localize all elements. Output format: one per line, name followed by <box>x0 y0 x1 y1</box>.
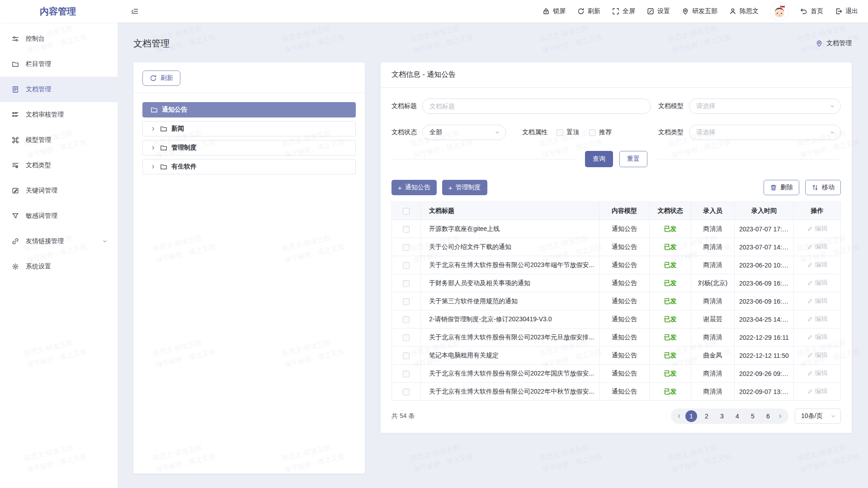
user-avatar[interactable] <box>770 2 788 20</box>
edit-button[interactable]: 编辑 <box>807 333 828 341</box>
page-button-5[interactable]: 5 <box>747 410 759 422</box>
sidebar-item-doc-audit[interactable]: 文档审核管理 <box>0 102 118 127</box>
add-notice-button-label: 通知公告 <box>405 183 430 192</box>
row-checkbox[interactable] <box>403 280 410 287</box>
edit-button[interactable]: 编辑 <box>807 351 828 359</box>
row-checkbox[interactable] <box>403 244 410 251</box>
current-user-label: 陈思文 <box>740 7 759 15</box>
row-checkbox[interactable] <box>403 316 410 323</box>
refresh-page-button[interactable]: 刷新 <box>577 7 600 15</box>
row-checkbox[interactable] <box>403 389 410 395</box>
page-button-4[interactable]: 4 <box>731 410 743 422</box>
sidebar-item-doc-audit-label: 文档审核管理 <box>26 111 64 119</box>
doc-status-cell: 已发 <box>650 328 691 347</box>
refresh-tree-button[interactable]: 刷新 <box>142 70 180 86</box>
tree-node-regulations[interactable]: 管理制度 <box>142 140 356 155</box>
checkbox[interactable] <box>589 129 596 136</box>
select-all-checkbox[interactable] <box>403 208 410 215</box>
department-tag[interactable]: 研发五部 <box>682 7 717 15</box>
sidebar-item-columns-label: 栏目管理 <box>26 60 51 68</box>
row-checkbox[interactable] <box>403 262 410 269</box>
settings-button[interactable]: 设置 <box>647 7 670 15</box>
edit-button[interactable]: 编辑 <box>807 297 828 305</box>
edit-button[interactable]: 编辑 <box>807 315 828 323</box>
action-cell: 编辑 <box>794 310 841 328</box>
table-row: 关于北京有生博大软件股份有限公司2022年国庆节放假安...通知公告已发商清清2… <box>392 365 841 383</box>
chevron-down-icon <box>830 103 835 109</box>
sidebar-item-sensitive-words[interactable]: 敏感词管理 <box>0 203 118 229</box>
sidebar-item-friend-links[interactable]: 友情链接管理 <box>0 229 118 254</box>
sidebar-item-keywords[interactable]: 关键词管理 <box>0 178 118 203</box>
move-button[interactable]: 移动 <box>805 180 841 195</box>
row-select-cell <box>392 274 421 292</box>
fullscreen-button[interactable]: 全屏 <box>612 7 635 15</box>
documents-table: 文档标题内容模型文档状态录入员录入时间操作 开源数字底座在gitee上线通知公告… <box>392 202 841 401</box>
logout-button[interactable]: 退出 <box>835 7 858 15</box>
entry-time-cell: 2022-12-29 16:11 <box>735 328 794 347</box>
row-select-cell <box>392 292 421 310</box>
tree-node-notice[interactable]: 通知公告 <box>142 102 356 117</box>
edit-button[interactable]: 编辑 <box>807 261 828 269</box>
doc-model-label: 文档模型 <box>658 102 684 110</box>
sidebar-item-columns[interactable]: 栏目管理 <box>0 52 118 77</box>
current-user[interactable]: 陈思文 <box>729 7 759 15</box>
tree-node-news[interactable]: 新闻 <box>142 121 356 136</box>
edit-button[interactable]: 编辑 <box>807 225 828 233</box>
sidebar-item-sensitive-words-label: 敏感词管理 <box>26 212 57 220</box>
home-button[interactable]: 首页 <box>800 7 823 15</box>
doc-model-select[interactable]: 请选择 <box>689 99 841 114</box>
lock-screen-button[interactable]: 锁屏 <box>542 7 566 15</box>
app-logo: 内容管理 <box>0 5 118 18</box>
trash-icon <box>770 184 777 191</box>
sidebar-item-console[interactable]: 控制台 <box>0 26 118 52</box>
pager-next-button[interactable] <box>778 413 783 419</box>
checkbox[interactable] <box>557 129 563 136</box>
edit-button[interactable]: 编辑 <box>807 279 828 287</box>
operator-cell: 刘杨(北京) <box>691 274 735 292</box>
edit-button[interactable]: 编辑 <box>807 243 828 251</box>
row-checkbox[interactable] <box>403 352 410 359</box>
breadcrumb[interactable]: 文档管理 <box>816 39 852 47</box>
content-model-cell: 通知公告 <box>599 347 650 365</box>
row-checkbox[interactable] <box>403 334 410 341</box>
checkbox-recommended[interactable]: 推荐 <box>589 128 612 136</box>
checkbox-pinned[interactable]: 置顶 <box>557 128 579 136</box>
row-checkbox[interactable] <box>403 226 410 233</box>
entry-time-cell: 2023-07-07 17:01 <box>735 220 794 238</box>
lock-icon <box>542 8 550 15</box>
add-regulation-button[interactable]: +管理制度 <box>442 180 487 195</box>
user-icon <box>729 8 736 15</box>
page-size-select[interactable]: 10条/页 <box>795 408 841 424</box>
folder-icon <box>160 125 167 132</box>
add-notice-button[interactable]: +通知公告 <box>392 180 437 195</box>
sidebar-item-system-settings[interactable]: 系统设置 <box>0 254 118 279</box>
delete-button[interactable]: 删除 <box>764 180 799 195</box>
doc-title-input[interactable] <box>422 99 651 114</box>
chevron-down-icon <box>495 130 500 135</box>
doc-type-select[interactable]: 请选择 <box>689 125 841 140</box>
page-button-2[interactable]: 2 <box>701 410 712 422</box>
table-header-row: 文档标题内容模型文档状态录入员录入时间操作 <box>392 202 841 220</box>
edit-button[interactable]: 编辑 <box>807 387 828 395</box>
row-checkbox[interactable] <box>403 371 410 377</box>
reset-button[interactable]: 重置 <box>619 151 647 167</box>
page-button-1[interactable]: 1 <box>685 410 697 422</box>
tree-node-yousheng-software[interactable]: 有生软件 <box>142 159 356 174</box>
page-button-6[interactable]: 6 <box>762 410 774 422</box>
sidebar-item-documents[interactable]: 文档管理 <box>0 77 118 102</box>
header-actions: 锁屏刷新全屏设置研发五部陈思文首页退出 <box>542 2 868 20</box>
page-button-3[interactable]: 3 <box>716 410 728 422</box>
sidebar-item-doc-types[interactable]: 文档类型 <box>0 153 118 178</box>
pager-prev-button[interactable] <box>676 413 682 419</box>
operator-cell: 谢晨芸 <box>691 310 735 328</box>
search-button[interactable]: 查询 <box>585 151 613 167</box>
doc-status-select[interactable]: 全部 <box>422 125 506 140</box>
doc-type-value: 请选择 <box>696 128 715 136</box>
divider <box>657 159 841 160</box>
edit-label: 编辑 <box>815 315 828 323</box>
sidebar-item-models[interactable]: 模型管理 <box>0 127 118 153</box>
sidebar-fold-icon[interactable] <box>131 8 138 15</box>
edit-button[interactable]: 编辑 <box>807 369 828 377</box>
location-icon <box>816 40 823 47</box>
row-checkbox[interactable] <box>403 298 410 305</box>
